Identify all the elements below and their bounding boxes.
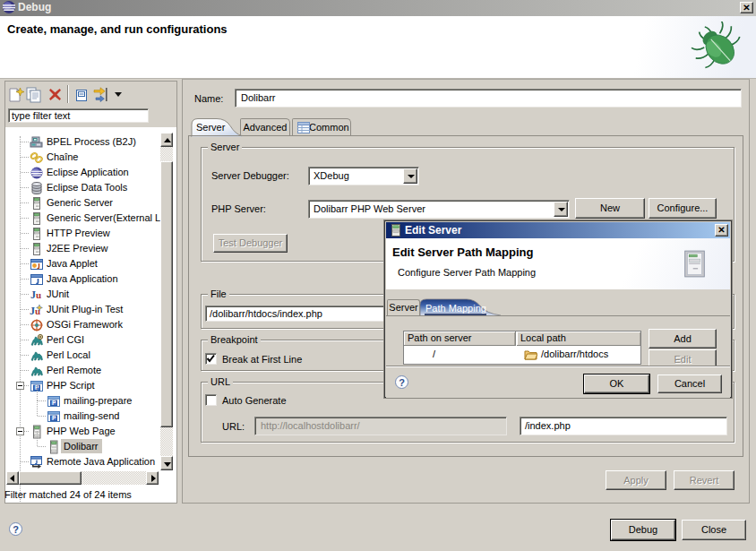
- svg-text:u: u: [36, 289, 41, 300]
- svg-text:P: P: [52, 415, 56, 421]
- svg-text:P: P: [52, 400, 56, 406]
